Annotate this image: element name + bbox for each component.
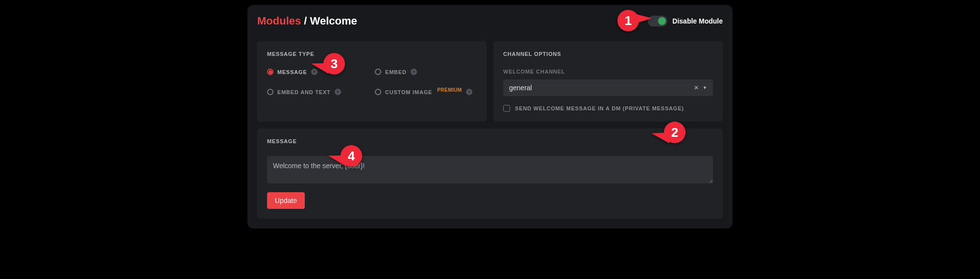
message-panel: MESSAGE Update bbox=[257, 128, 723, 219]
breadcrumb-separator: / bbox=[301, 15, 310, 27]
callout-2: 2 bbox=[664, 122, 686, 143]
breadcrumb-current: Welcome bbox=[310, 15, 357, 27]
radio-label: EMBED bbox=[385, 69, 407, 75]
radio-circle-icon bbox=[375, 89, 381, 95]
toggle-knob bbox=[658, 17, 666, 25]
message-type-radio-group: MESSAGE ? EMBED ? EMBED AND TEXT ? bbox=[267, 69, 477, 95]
radio-label: EMBED AND TEXT bbox=[277, 89, 331, 95]
module-toggle-area: Disable Module bbox=[648, 16, 723, 26]
channel-options-title: CHANNEL OPTIONS bbox=[503, 51, 713, 57]
message-title: MESSAGE bbox=[267, 138, 713, 144]
welcome-channel-value: general bbox=[509, 84, 532, 92]
dm-checkbox-label: SEND WELCOME MESSAGE IN A DM (PRIVATE ME… bbox=[515, 105, 684, 111]
channel-options-panel: CHANNEL OPTIONS WELCOME CHANNEL general … bbox=[493, 41, 723, 122]
help-icon[interactable]: ? bbox=[411, 69, 417, 75]
dm-checkbox[interactable] bbox=[503, 105, 510, 112]
radio-circle-icon bbox=[375, 69, 381, 75]
breadcrumb-modules-link[interactable]: Modules bbox=[257, 15, 301, 27]
help-icon[interactable]: ? bbox=[335, 89, 341, 95]
premium-badge: PREMIUM bbox=[437, 87, 462, 93]
breadcrumb: Modules / Welcome bbox=[257, 15, 357, 27]
radio-circle-icon bbox=[267, 69, 273, 75]
welcome-channel-select[interactable]: general ✕ ▼ bbox=[503, 79, 713, 96]
welcome-channel-label: WELCOME CHANNEL bbox=[503, 69, 713, 75]
radio-label: CUSTOM IMAGE bbox=[385, 89, 432, 95]
radio-label: MESSAGE bbox=[277, 69, 307, 75]
disable-module-label: Disable Module bbox=[672, 17, 723, 25]
module-settings-container: Modules / Welcome Disable Module MESSAGE… bbox=[247, 5, 733, 228]
help-icon[interactable]: ? bbox=[466, 89, 472, 95]
callout-3: 3 bbox=[323, 53, 345, 75]
update-button[interactable]: Update bbox=[267, 192, 305, 209]
radio-option-embed[interactable]: EMBED ? bbox=[375, 69, 477, 75]
radio-option-custom-image[interactable]: CUSTOM IMAGE PREMIUM ? bbox=[375, 89, 477, 95]
dm-checkbox-row[interactable]: SEND WELCOME MESSAGE IN A DM (PRIVATE ME… bbox=[503, 105, 713, 112]
select-actions: ✕ ▼ bbox=[694, 84, 707, 91]
chevron-down-icon[interactable]: ▼ bbox=[703, 85, 707, 90]
radio-option-embed-and-text[interactable]: EMBED AND TEXT ? bbox=[267, 89, 369, 95]
panels-row: MESSAGE TYPE MESSAGE ? EMBED ? EMB bbox=[257, 41, 723, 122]
message-type-panel: MESSAGE TYPE MESSAGE ? EMBED ? EMB bbox=[257, 41, 487, 122]
message-type-title: MESSAGE TYPE bbox=[267, 51, 477, 57]
radio-circle-icon bbox=[267, 89, 273, 95]
header-row: Modules / Welcome Disable Module bbox=[257, 15, 723, 27]
callout-1: 1 bbox=[617, 10, 639, 31]
clear-icon[interactable]: ✕ bbox=[694, 84, 699, 91]
callout-4: 4 bbox=[341, 145, 362, 167]
